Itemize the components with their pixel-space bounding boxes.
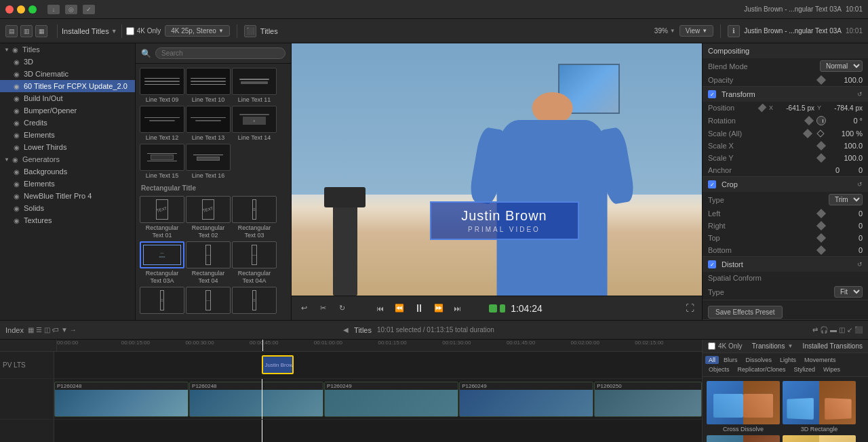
sidebar-item-textures[interactable]: ◉ Textures xyxy=(0,214,135,226)
sidebar-item-lower-thirds[interactable]: ◉ Lower Thirds xyxy=(0,141,135,153)
crop-header[interactable]: ✓ Crop ↺ xyxy=(703,177,868,192)
sidebar-item-credits[interactable]: ◉ Credits xyxy=(0,117,135,129)
timeline-tag-icon[interactable]: 🏷 xyxy=(52,326,59,334)
layout-icon-1[interactable]: ▤ xyxy=(5,25,18,37)
play-pause-btn[interactable]: ⏸ xyxy=(412,301,427,316)
timeline-clip-icon[interactable]: ◫ xyxy=(44,326,50,334)
list-item[interactable]: Line Text 15 xyxy=(140,144,184,180)
scale-link-icon[interactable] xyxy=(816,129,824,137)
list-item[interactable]: ≡ Line Text 14 xyxy=(232,106,277,142)
video-clip-3[interactable]: P1260249 xyxy=(324,382,458,417)
skip-forward-btn[interactable]: ⏭ xyxy=(451,302,465,315)
list-item[interactable]: — Rectangular Text 04A xyxy=(232,241,277,285)
rotation-keyframe[interactable] xyxy=(804,116,814,125)
save-icon[interactable]: ↓ xyxy=(47,5,60,14)
video-clip-2[interactable]: P1260248 xyxy=(189,382,323,417)
list-item[interactable]: ≡ xyxy=(140,287,184,316)
trans-item-3d-rectangle[interactable]: 3D Rectangle xyxy=(783,381,856,433)
trans-filter-movements[interactable]: Movements xyxy=(801,356,840,364)
skip-back-btn[interactable]: ⏮ xyxy=(374,302,387,315)
timeline-filter-icon[interactable]: ▼ xyxy=(61,326,68,334)
scale-y-keyframe[interactable] xyxy=(816,153,826,163)
sidebar-item-buildinout[interactable]: ◉ Build In/Out xyxy=(0,92,135,104)
list-item[interactable]: Line Text 11 xyxy=(232,68,277,104)
trans-filter-stylized[interactable]: Stylized xyxy=(791,365,819,374)
crop-bottom-keyframe[interactable] xyxy=(816,245,826,255)
transform-reset[interactable]: ↺ xyxy=(857,91,863,98)
layout-icon-2[interactable]: ▥ xyxy=(20,25,33,37)
sidebar-item-newblue[interactable]: ◉ NewBlue Titler Pro 4 xyxy=(0,190,135,202)
distort-header[interactable]: ✓ Distort ↺ xyxy=(703,257,868,272)
list-item[interactable]: Line Text 10 xyxy=(186,68,231,104)
list-item[interactable]: —=== Rectangular Text 03A xyxy=(140,241,184,285)
info-icon[interactable]: ℹ xyxy=(728,25,740,37)
rotation-dial[interactable] xyxy=(816,116,826,125)
crop-left-keyframe[interactable] xyxy=(816,209,826,218)
video-clip-1[interactable]: P1260248 xyxy=(54,382,189,417)
trans-filter-wipes[interactable]: Wipes xyxy=(820,365,844,374)
step-back-btn[interactable]: ⏪ xyxy=(393,302,406,315)
distort-type-select[interactable]: Fit xyxy=(834,286,863,298)
sidebar-item-3d[interactable]: ◉ 3D xyxy=(0,56,135,68)
layout-icon-3[interactable]: ▦ xyxy=(35,25,47,37)
trans-filter-objects[interactable]: Objects xyxy=(705,365,733,374)
4k-only-checkbox[interactable] xyxy=(126,27,134,35)
crop-checkbox[interactable]: ✓ xyxy=(708,180,716,188)
crop-reset[interactable]: ↺ xyxy=(857,181,863,188)
timeline-grid-icon[interactable]: ▦ xyxy=(28,326,34,334)
refresh-btn[interactable]: ↻ xyxy=(335,302,349,315)
opacity-keyframe[interactable] xyxy=(816,75,826,85)
save-effects-btn[interactable]: Save Effects Preset xyxy=(708,306,783,319)
search-input[interactable] xyxy=(155,47,285,59)
video-clip-5[interactable]: P1260250 xyxy=(594,382,702,417)
loop-btn[interactable]: ↩ xyxy=(297,302,311,315)
trans-filter-blurs[interactable]: Blurs xyxy=(720,356,741,364)
scale-all-keyframe[interactable] xyxy=(803,129,812,138)
list-item[interactable]: Line Text 13 xyxy=(186,106,231,142)
list-item[interactable]: Line Text 16 xyxy=(186,144,231,180)
title-clip-selected[interactable]: Justin Brown - ... xyxy=(262,355,294,374)
list-item[interactable]: — Rectangular Text 04 xyxy=(186,241,231,285)
sidebar-item-bumper[interactable]: ◉ Bumper/Opener xyxy=(0,104,135,117)
list-item[interactable]: TEXT Rectangular Text 02 xyxy=(186,196,231,240)
4k-only-trans-checkbox[interactable] xyxy=(708,342,715,350)
list-item[interactable]: ≡ Rectangular Text 03 xyxy=(232,196,277,240)
sidebar-item-elements[interactable]: ◉ Elements xyxy=(0,129,135,141)
zoom-control[interactable]: 39% ▼ xyxy=(654,27,675,35)
transform-header[interactable]: ✓ Transform ↺ xyxy=(703,87,868,102)
distort-reset[interactable]: ↺ xyxy=(857,261,863,268)
trans-filter-all[interactable]: All xyxy=(705,356,719,364)
trans-tool-4[interactable]: ◫ xyxy=(839,326,845,334)
list-item[interactable]: — xyxy=(186,287,231,316)
list-item[interactable]: TEXT Rectangular Text 01 xyxy=(140,196,184,240)
scale-x-keyframe[interactable] xyxy=(816,141,826,150)
trans-tool-2[interactable]: 🎧 xyxy=(820,326,828,334)
view-dropdown[interactable]: View ▼ xyxy=(679,25,713,37)
trans-item-arrows[interactable]: → Arrows xyxy=(707,435,780,442)
target-icon[interactable]: ◎ xyxy=(65,5,77,14)
sidebar-item-solids[interactable]: ◉ Solids xyxy=(0,202,135,214)
timeline-arrow-icon[interactable]: → xyxy=(70,326,77,334)
minimize-button[interactable] xyxy=(17,5,25,14)
monitor-icon[interactable]: ⬛ xyxy=(244,25,256,37)
crop-right-keyframe[interactable] xyxy=(816,221,826,230)
crop-type-select[interactable]: Trim xyxy=(829,194,863,205)
transform-checkbox[interactable]: ✓ xyxy=(708,90,716,98)
trans-tool-1[interactable]: ⇄ xyxy=(812,326,818,334)
sidebar-item-60-titles[interactable]: ◉ 60 Titles For FCPX Update_2.0 xyxy=(0,80,135,92)
trans-filter-dissolves[interactable]: Dissolves xyxy=(743,356,776,364)
step-forward-btn[interactable]: ⏩ xyxy=(432,302,446,315)
trans-item-band[interactable]: Band xyxy=(783,435,856,442)
blend-mode-select[interactable]: Normal xyxy=(820,60,863,72)
close-button[interactable] xyxy=(5,5,14,14)
timeline-back-btn[interactable]: ◀ xyxy=(343,326,349,334)
trans-tool-6[interactable]: ⬛ xyxy=(854,326,863,334)
clip-btn[interactable]: ✂ xyxy=(316,302,330,315)
list-item[interactable]: Line Text 09 xyxy=(140,68,184,104)
position-keyframe[interactable] xyxy=(758,104,767,113)
sidebar-item-3d-cinematic[interactable]: ◉ 3D Cinematic xyxy=(0,68,135,80)
trans-filter-replicator[interactable]: Replicator/Clones xyxy=(734,365,789,374)
compositing-header[interactable]: Compositing xyxy=(703,43,868,58)
list-item[interactable]: ≡ xyxy=(232,287,277,316)
trans-tool-3[interactable]: ▬ xyxy=(830,326,837,334)
